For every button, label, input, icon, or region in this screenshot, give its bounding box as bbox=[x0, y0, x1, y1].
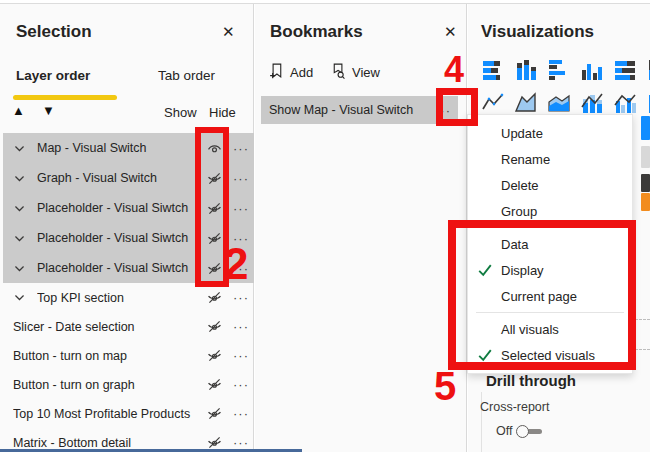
viz-icon-stacked-area-chart[interactable] bbox=[547, 91, 571, 115]
viz-icon-100-stacked-bar-chart[interactable] bbox=[613, 58, 637, 82]
menu-item-selected-visuals[interactable]: Selected visuals bbox=[468, 342, 632, 368]
bookmark-item[interactable]: Show Map - Visual Switch ··· bbox=[261, 96, 458, 124]
bookmark-view-icon bbox=[330, 62, 347, 82]
layer-row[interactable]: Placeholder - Visual Siwtch··· bbox=[3, 253, 254, 283]
layer-row[interactable]: Button - turn on graph··· bbox=[0, 370, 254, 399]
menu-item-group[interactable]: Group bbox=[468, 198, 632, 224]
view-bookmarks-button[interactable]: View bbox=[330, 62, 380, 82]
eye-hidden-icon[interactable] bbox=[201, 289, 228, 306]
menu-item-label: Rename bbox=[501, 152, 550, 167]
check-icon bbox=[468, 347, 501, 363]
viz-icon-stacked-column-chart[interactable] bbox=[514, 58, 538, 82]
hide-all-button[interactable]: Hide bbox=[209, 105, 236, 120]
menu-item-label: All visuals bbox=[501, 322, 559, 337]
menu-item-label: Data bbox=[501, 237, 528, 252]
chevron-down-icon[interactable] bbox=[13, 232, 37, 245]
viz-icon-stacked-bar-chart[interactable] bbox=[481, 58, 505, 82]
clipped-visual-icon[interactable] bbox=[641, 116, 650, 140]
chevron-down-icon[interactable] bbox=[13, 262, 37, 275]
visualizations-pane-title: Visualizations bbox=[481, 22, 594, 42]
field-well-dashed-fragment bbox=[635, 319, 650, 320]
menu-item-all-visuals[interactable]: All visuals bbox=[468, 316, 632, 342]
more-options-button[interactable]: ··· bbox=[428, 103, 458, 118]
viz-icon-line-clustered-column-chart[interactable] bbox=[613, 91, 637, 115]
cross-report-toggle-row: Off bbox=[496, 424, 542, 438]
viz-icon-ribbon-chart[interactable] bbox=[646, 91, 650, 115]
more-options-button[interactable]: ··· bbox=[228, 201, 254, 216]
eye-visible-icon[interactable] bbox=[201, 140, 228, 157]
field-well-dashed-fragment bbox=[635, 349, 650, 350]
add-bookmark-label: Add bbox=[290, 65, 313, 80]
layer-row[interactable]: Slicer - Date selection··· bbox=[0, 312, 254, 341]
eye-hidden-icon[interactable] bbox=[201, 200, 228, 217]
menu-item-update[interactable]: Update bbox=[468, 120, 632, 146]
move-layer-down-icon[interactable]: ▼ bbox=[42, 103, 55, 118]
more-options-button[interactable]: ··· bbox=[228, 141, 254, 156]
eye-hidden-icon[interactable] bbox=[201, 170, 228, 187]
layer-row[interactable]: Placeholder - Visual Siwtch··· bbox=[3, 193, 254, 223]
menu-item-current-page[interactable]: Current page bbox=[468, 283, 632, 309]
layer-row[interactable]: Placeholder - Visual Siwtch··· bbox=[3, 223, 254, 253]
annotation-step-4: 4 bbox=[444, 52, 464, 88]
menu-separator bbox=[476, 227, 624, 228]
chevron-down-icon[interactable] bbox=[13, 142, 37, 155]
clipped-visual-icon[interactable] bbox=[641, 174, 650, 192]
selection-pane: Selection ✕ Layer order Tab order ▲ ▼ Sh… bbox=[0, 4, 254, 452]
layer-row[interactable]: Map - Visual Switch··· bbox=[3, 133, 254, 163]
viz-icon-100-stacked-column-chart[interactable] bbox=[646, 58, 650, 82]
bookmark-item-label: Show Map - Visual Switch bbox=[261, 103, 428, 117]
eye-hidden-icon[interactable] bbox=[201, 347, 228, 364]
menu-item-label: Display bbox=[501, 263, 544, 278]
menu-item-label: Update bbox=[501, 126, 543, 141]
viz-icon-line-chart[interactable] bbox=[481, 91, 505, 115]
menu-item-rename[interactable]: Rename bbox=[468, 146, 632, 172]
menu-item-delete[interactable]: Delete bbox=[468, 172, 632, 198]
eye-hidden-icon[interactable] bbox=[201, 376, 228, 393]
layer-row[interactable]: Button - turn on map··· bbox=[0, 341, 254, 370]
tab-layer-order[interactable]: Layer order bbox=[16, 68, 90, 83]
add-bookmark-button[interactable]: Add bbox=[268, 62, 313, 82]
layer-label: Graph - Visual Switch bbox=[37, 171, 201, 185]
layer-label: Placeholder - Visual Siwtch bbox=[37, 231, 201, 245]
toggle-off-switch[interactable] bbox=[516, 425, 542, 438]
clipped-visual-icon[interactable] bbox=[641, 146, 650, 168]
layer-row[interactable]: Top 10 Most Profitable Products··· bbox=[0, 399, 254, 428]
more-options-button[interactable]: ··· bbox=[228, 319, 254, 334]
more-options-button[interactable]: ··· bbox=[228, 435, 254, 450]
more-options-button[interactable]: ··· bbox=[228, 348, 254, 363]
tab-tab-order[interactable]: Tab order bbox=[158, 68, 215, 83]
bookmarks-pane-title: Bookmarks bbox=[270, 22, 363, 42]
viz-icon-clustered-column-chart[interactable] bbox=[580, 58, 604, 82]
menu-separator bbox=[476, 312, 624, 313]
chevron-down-icon[interactable] bbox=[13, 172, 37, 185]
layer-label: Top KPI section bbox=[37, 291, 201, 305]
close-icon[interactable]: ✕ bbox=[222, 23, 235, 41]
viz-icon-area-chart[interactable] bbox=[514, 91, 538, 115]
layer-row[interactable]: Graph - Visual Switch··· bbox=[3, 163, 254, 193]
viz-icon-line-stacked-column-chart[interactable] bbox=[580, 91, 604, 115]
layer-list: Map - Visual Switch···Graph - Visual Swi… bbox=[0, 133, 254, 452]
view-bookmarks-label: View bbox=[352, 65, 380, 80]
more-options-button[interactable]: ··· bbox=[228, 406, 254, 421]
close-icon[interactable]: ✕ bbox=[444, 23, 457, 41]
menu-item-display[interactable]: Display bbox=[468, 257, 632, 283]
show-all-button[interactable]: Show bbox=[164, 105, 197, 120]
more-options-button[interactable]: ··· bbox=[228, 377, 254, 392]
chevron-down-icon[interactable] bbox=[13, 291, 37, 304]
clipped-visual-icon[interactable] bbox=[641, 193, 650, 211]
layer-label: Top 10 Most Profitable Products bbox=[13, 407, 201, 421]
more-options-button[interactable]: ··· bbox=[228, 171, 254, 186]
annotation-step-5: 5 bbox=[434, 366, 456, 406]
viz-icon-clustered-bar-chart[interactable] bbox=[547, 58, 571, 82]
power-bi-panes: Selection ✕ Layer order Tab order ▲ ▼ Sh… bbox=[0, 0, 650, 452]
layer-label: Placeholder - Visual Siwtch bbox=[37, 261, 201, 275]
more-options-button[interactable]: ··· bbox=[228, 290, 254, 305]
layer-label: Slicer - Date selection bbox=[13, 320, 201, 334]
chevron-down-icon[interactable] bbox=[13, 202, 37, 215]
layer-row[interactable]: Top KPI section··· bbox=[0, 283, 254, 312]
eye-hidden-icon[interactable] bbox=[201, 405, 228, 422]
move-layer-up-icon[interactable]: ▲ bbox=[12, 103, 25, 118]
menu-item-data[interactable]: Data bbox=[468, 231, 632, 257]
toggle-state-label: Off bbox=[496, 424, 512, 438]
eye-hidden-icon[interactable] bbox=[201, 318, 228, 335]
